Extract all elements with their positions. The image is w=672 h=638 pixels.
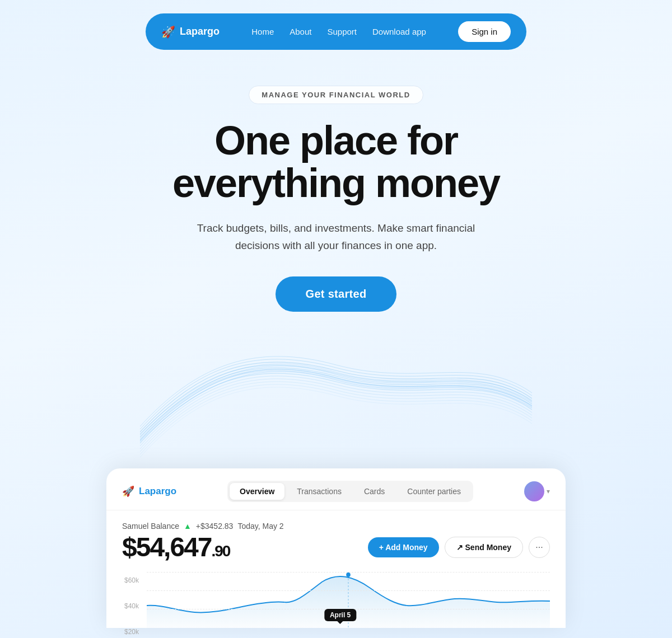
balance-actions: + Add Money ↗ Send Money ··· bbox=[368, 537, 550, 558]
signin-button[interactable]: Sign in bbox=[458, 21, 511, 42]
nav-container: 🚀 Lapargo Home About Support Download ap… bbox=[146, 13, 526, 50]
add-money-button[interactable]: + Add Money bbox=[368, 537, 439, 557]
hero-badge: MANAGE YOUR FINANCIAL WORLD bbox=[249, 86, 423, 104]
hero-title: One place for everything money bbox=[140, 120, 532, 204]
card-logo-icon: 🚀 bbox=[122, 485, 134, 498]
send-money-button[interactable]: ↗ Send Money bbox=[445, 537, 523, 558]
more-options-button[interactable]: ··· bbox=[529, 537, 550, 558]
wave-svg bbox=[140, 345, 532, 468]
grid-line-top bbox=[147, 572, 550, 573]
card-body: Samuel Balance ▲ +$3452.83 Today, May 2 … bbox=[106, 510, 566, 628]
balance-trend-icon: ▲ bbox=[184, 522, 192, 531]
chart-label-60k: $60k bbox=[124, 576, 139, 584]
tab-counter-parties[interactable]: Counter parties bbox=[397, 483, 471, 500]
chart-label-20k: $20k bbox=[124, 628, 139, 636]
nav-logo-icon: 🚀 bbox=[161, 25, 175, 39]
nav-link-support[interactable]: Support bbox=[327, 27, 357, 36]
chart-area: $60k $40k $20k bbox=[122, 572, 550, 628]
hero-title-line2: everything money bbox=[172, 161, 500, 205]
chart-tooltip: April 5 bbox=[324, 609, 356, 621]
card-tabs: Overview Transactions Cards Counter part… bbox=[227, 481, 473, 502]
navbar: 🚀 Lapargo Home About Support Download ap… bbox=[0, 0, 672, 63]
grid-line-mid bbox=[147, 590, 550, 591]
get-started-button[interactable]: Get started bbox=[276, 276, 397, 312]
chart-label-40k: $40k bbox=[124, 602, 139, 610]
balance-cents: .90 bbox=[212, 543, 230, 559]
nav-link-about[interactable]: About bbox=[290, 27, 311, 36]
nav-logo-text: Lapargo bbox=[180, 26, 220, 37]
card-logo-text: Lapargo bbox=[139, 486, 176, 497]
nav-links: Home About Support Download app bbox=[251, 27, 426, 36]
hero-title-line1: One place for bbox=[214, 118, 458, 163]
balance-meta: Samuel Balance ▲ +$3452.83 Today, May 2 bbox=[122, 522, 550, 531]
card-header: 🚀 Lapargo Overview Transactions Cards Co… bbox=[106, 468, 566, 510]
balance-main: $54,647 bbox=[122, 534, 212, 561]
dashboard-card: 🚀 Lapargo Overview Transactions Cards Co… bbox=[106, 468, 566, 628]
balance-change: +$3452.83 bbox=[196, 522, 234, 531]
tab-transactions[interactable]: Transactions bbox=[287, 483, 352, 500]
chart-wrap: April 5 bbox=[147, 572, 550, 628]
avatar-wrap[interactable]: ▾ bbox=[524, 481, 550, 501]
wave-decoration bbox=[0, 345, 672, 468]
chart-labels: $60k $40k $20k bbox=[122, 576, 139, 636]
hero-section: MANAGE YOUR FINANCIAL WORLD One place fo… bbox=[0, 63, 672, 312]
nav-logo: 🚀 Lapargo bbox=[161, 25, 220, 39]
balance-date: Today, May 2 bbox=[237, 522, 283, 531]
balance-amount: $54,647.90 bbox=[122, 534, 230, 561]
avatar-chevron-icon: ▾ bbox=[547, 487, 550, 495]
balance-user: Samuel Balance bbox=[122, 522, 179, 531]
balance-row: $54,647.90 + Add Money ↗ Send Money ··· bbox=[122, 534, 550, 561]
hero-subtitle: Track budgets, bills, and investments. M… bbox=[179, 220, 493, 254]
nav-link-download[interactable]: Download app bbox=[372, 27, 426, 36]
avatar bbox=[524, 481, 544, 501]
card-logo: 🚀 Lapargo bbox=[122, 485, 176, 498]
tab-cards[interactable]: Cards bbox=[354, 483, 395, 500]
tab-overview[interactable]: Overview bbox=[230, 483, 284, 500]
nav-link-home[interactable]: Home bbox=[251, 27, 274, 36]
